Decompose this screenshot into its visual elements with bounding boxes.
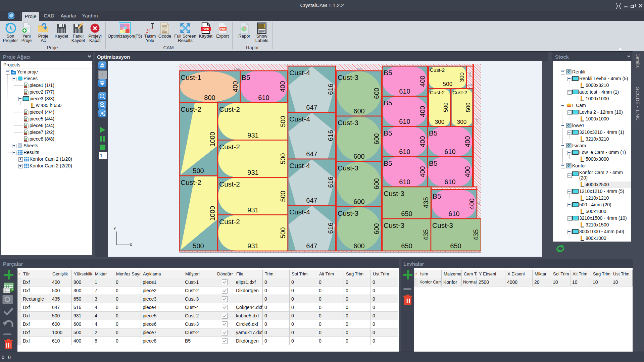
svg-text:610: 610 xyxy=(399,118,410,125)
svg-text:PDF: PDF xyxy=(220,28,226,31)
svg-text:B5: B5 xyxy=(429,129,438,137)
svg-text:400: 400 xyxy=(468,198,476,209)
svg-text:435: 435 xyxy=(472,229,480,240)
svg-text:931: 931 xyxy=(247,242,258,250)
svg-text:610: 610 xyxy=(399,178,410,186)
svg-text:Y: Y xyxy=(113,227,116,231)
svg-text:931: 931 xyxy=(247,169,258,176)
svg-text:B5: B5 xyxy=(384,99,392,107)
svg-text:8: 8 xyxy=(287,64,288,66)
svg-text:600: 600 xyxy=(353,107,364,115)
svg-text:400: 400 xyxy=(419,106,426,117)
svg-text:Cust-3: Cust-3 xyxy=(338,164,358,172)
svg-text:600: 600 xyxy=(353,153,364,160)
svg-text:B5: B5 xyxy=(384,129,392,137)
svg-text:400: 400 xyxy=(232,81,239,92)
svg-text:600: 600 xyxy=(373,88,380,99)
svg-text:400: 400 xyxy=(419,75,426,87)
svg-text:500: 500 xyxy=(443,81,452,87)
svg-text:91: 91 xyxy=(477,201,480,205)
svg-text:500: 500 xyxy=(465,103,472,112)
svg-text:616: 616 xyxy=(327,222,334,234)
svg-text:300: 300 xyxy=(435,119,444,125)
svg-text:931: 931 xyxy=(247,206,258,214)
svg-text:600: 600 xyxy=(353,198,364,205)
svg-text:GCODE: GCODE xyxy=(162,31,167,33)
svg-text:Cust-3: Cust-3 xyxy=(338,73,358,81)
svg-text:647: 647 xyxy=(306,242,317,250)
svg-text:610: 610 xyxy=(399,148,410,155)
svg-text:X: X xyxy=(130,243,132,247)
svg-text:Cust-2: Cust-2 xyxy=(181,105,201,113)
svg-text:610: 610 xyxy=(399,88,410,95)
svg-text:500: 500 xyxy=(279,116,287,127)
svg-text:650: 650 xyxy=(401,242,412,250)
svg-text:435: 435 xyxy=(422,197,430,208)
svg-text:600: 600 xyxy=(373,223,380,234)
svg-text:616: 616 xyxy=(327,176,334,188)
svg-text:Cust-2: Cust-2 xyxy=(430,90,445,95)
svg-text:500: 500 xyxy=(279,191,287,202)
svg-text:600: 600 xyxy=(357,67,362,70)
svg-text:616: 616 xyxy=(327,130,334,141)
svg-text:600: 600 xyxy=(353,242,364,250)
svg-text:400: 400 xyxy=(464,136,471,147)
svg-text:Cust-4: Cust-4 xyxy=(289,115,310,123)
svg-text:3441: 3441 xyxy=(234,67,241,70)
svg-text:Cust-3: Cust-3 xyxy=(338,209,358,217)
svg-text:Cust-2: Cust-2 xyxy=(219,105,240,113)
svg-text:Cust-4: Cust-4 xyxy=(289,162,310,169)
svg-text:B5: B5 xyxy=(429,159,438,167)
svg-text:1021: 1021 xyxy=(475,117,479,124)
svg-text:Cust-2: Cust-2 xyxy=(452,90,467,95)
svg-text:600: 600 xyxy=(373,133,380,144)
svg-text:500: 500 xyxy=(279,227,287,238)
svg-text:647: 647 xyxy=(306,150,317,158)
svg-text:300: 300 xyxy=(459,72,465,82)
svg-text:647: 647 xyxy=(306,104,317,111)
svg-text:400: 400 xyxy=(419,136,426,147)
svg-text:Cust-2: Cust-2 xyxy=(181,178,201,186)
svg-text:650: 650 xyxy=(401,210,412,217)
svg-text:B5: B5 xyxy=(433,192,441,200)
svg-text:650: 650 xyxy=(450,242,461,250)
svg-text:500: 500 xyxy=(193,242,204,250)
svg-text:500: 500 xyxy=(193,167,204,174)
svg-text:500: 500 xyxy=(279,153,287,164)
svg-text:610: 610 xyxy=(448,210,459,217)
svg-text:Cust-3: Cust-3 xyxy=(432,221,453,229)
svg-text:300: 300 xyxy=(457,119,466,125)
svg-text:Cust-3: Cust-3 xyxy=(384,190,404,197)
svg-text:500: 500 xyxy=(443,103,449,112)
svg-text:Cust-1: Cust-1 xyxy=(181,73,201,81)
svg-text:610: 610 xyxy=(444,148,455,155)
svg-text:400: 400 xyxy=(464,166,471,177)
svg-text:610: 610 xyxy=(444,178,455,186)
svg-text:400: 400 xyxy=(279,81,286,92)
svg-text:DXF: DXF xyxy=(203,27,209,31)
svg-text:Cust-2: Cust-2 xyxy=(430,67,445,73)
svg-text:647: 647 xyxy=(306,197,317,204)
svg-text:300: 300 xyxy=(468,72,472,77)
svg-text:616: 616 xyxy=(327,84,334,95)
svg-text:435: 435 xyxy=(422,229,430,240)
svg-text:Cust-3: Cust-3 xyxy=(384,221,404,229)
svg-text:1000: 1000 xyxy=(209,132,216,147)
svg-text:Cust-4: Cust-4 xyxy=(289,69,310,76)
svg-text:B5: B5 xyxy=(384,69,392,76)
svg-text:B5: B5 xyxy=(384,159,392,167)
svg-text:400: 400 xyxy=(419,166,426,177)
svg-text:Cust-2: Cust-2 xyxy=(219,218,240,225)
svg-text:Cust-3: Cust-3 xyxy=(338,119,358,126)
svg-text:931: 931 xyxy=(247,132,258,139)
svg-text:B5: B5 xyxy=(242,73,250,81)
svg-text:Cust-4: Cust-4 xyxy=(289,208,310,216)
svg-text:610: 610 xyxy=(258,94,269,101)
svg-text:800: 800 xyxy=(204,94,215,101)
svg-text:1000: 1000 xyxy=(209,206,216,221)
svg-text:600: 600 xyxy=(373,178,380,189)
svg-text:Cust-2: Cust-2 xyxy=(219,143,240,151)
svg-text:Cust-2: Cust-2 xyxy=(219,180,240,188)
svg-text:110: 110 xyxy=(468,83,473,87)
